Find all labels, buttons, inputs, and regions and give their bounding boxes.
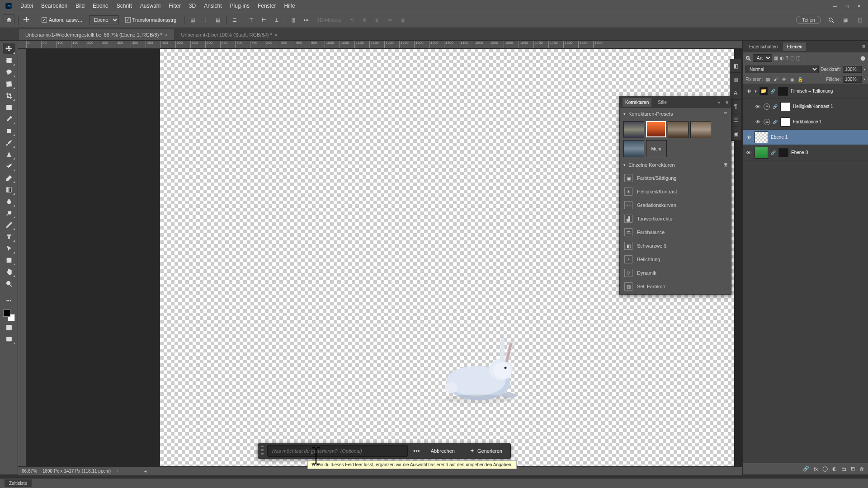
close-icon[interactable]: × [165,33,168,38]
adj-levels[interactable]: ▟Tonwertkorrektur [620,212,731,225]
layer-adjustment[interactable]: 👁 ⚖ 🔗 Farbbalance 1 [743,114,868,130]
opacity-chevron-icon[interactable]: ▾ [863,67,865,71]
window-close-icon[interactable]: ✕ [857,4,861,9]
distribute-icon[interactable]: ☰ [230,15,239,24]
ruler-origin[interactable] [18,41,26,49]
character-panel-icon[interactable]: ¶ [730,100,741,113]
fill-input[interactable] [843,76,862,83]
grid-view-icon[interactable]: ⊞ [723,162,727,168]
menu-select[interactable]: Auswahl [136,0,165,12]
filter-pixel-icon[interactable]: ▦ [774,56,778,61]
eraser-tool[interactable] [3,173,15,183]
align-right-icon[interactable]: ▤ [213,15,222,24]
properties-tab[interactable]: Eigenschaften [745,42,781,51]
menu-window[interactable]: Fenster [254,0,280,12]
scroll-left-icon[interactable]: ◂ [144,469,146,474]
lock-pixels-icon[interactable]: 🖌 [773,76,779,83]
layer-pixel[interactable]: 👁 🔗 Ebene 0 [743,145,868,160]
align-top-icon[interactable]: ⊤ [247,15,256,24]
zoom-tool[interactable] [3,278,15,289]
swatches-panel-icon[interactable]: ▦ [730,73,741,86]
auto-select-checkbox[interactable]: Autom. ausw… [39,16,85,24]
quick-mask-icon[interactable] [3,322,15,333]
new-layer-icon[interactable]: ⊞ [851,466,855,472]
layer-group[interactable]: 👁 ▾ 📁 🔗 Filmisch – Teiltonung [743,84,868,99]
mask-thumbnail[interactable] [778,148,788,157]
marquee-tool[interactable] [3,55,15,66]
filter-adjust-icon[interactable]: ◐ [780,56,784,61]
styles-tab[interactable]: Stile [655,98,669,107]
layer-thumbnail[interactable] [755,131,768,143]
layer-name[interactable]: Filmisch – Teiltonung [791,89,833,94]
generate-button[interactable]: Generieren [464,446,508,457]
edit-toolbar-icon[interactable]: ••• [3,295,15,306]
timeline-tab[interactable]: Zeitleiste [5,479,32,487]
blend-mode-select[interactable]: Normal [745,66,819,73]
search-icon[interactable] [826,15,835,24]
collapse-panel-icon[interactable]: » [718,100,721,105]
mask-thumbnail[interactable] [780,102,790,111]
crop-tool[interactable] [3,90,15,101]
layer-pixel[interactable]: 👁 Ebene 1 [743,130,868,145]
layer-thumbnail[interactable] [755,147,768,159]
adjustments-tab[interactable]: Korrekturen [623,98,651,107]
presets-section-header[interactable]: ▾ Korrekturen-Presets ≣ [620,108,731,119]
menu-type[interactable]: Schrift [113,0,136,12]
list-view-icon[interactable]: ≣ [723,111,727,117]
lasso-tool[interactable] [3,67,15,78]
adj-color-balance[interactable]: ⚖Farbbalance [620,225,731,239]
path-select-tool[interactable] [3,243,15,254]
filter-shape-icon[interactable]: ▢ [790,56,794,61]
delete-layer-icon[interactable]: 🗑 [859,466,864,472]
layers-tab[interactable]: Ebenen [783,42,806,51]
panel-menu-icon[interactable]: ≡ [726,100,728,105]
visibility-toggle-icon[interactable]: 👁 [745,135,752,140]
chevron-down-icon[interactable]: ▾ [755,89,757,94]
more-options-icon[interactable]: ••• [411,447,422,455]
layer-name[interactable]: Ebene 0 [791,150,808,155]
healing-brush-tool[interactable] [3,126,15,136]
document-info[interactable]: 1890 Px x 1417 Px (118.11 ppcm) [42,469,111,474]
history-panel-icon[interactable]: ☰ [730,113,741,127]
link-layers-icon[interactable]: 🔗 [803,466,809,472]
layer-mask-icon[interactable]: ◯ [822,466,828,472]
preset-thumb-selected[interactable] [646,121,666,137]
blur-tool[interactable] [3,196,15,207]
single-adjustments-header[interactable]: ▾ Einzelne Korrekturen ⊞ [620,159,731,170]
layer-filter-select[interactable]: Art [753,54,772,62]
zoom-level[interactable]: 66.67% [22,469,37,474]
adj-exposure[interactable]: ±Belichtung [620,253,731,266]
workspace-icon[interactable]: ▦ [841,15,850,24]
lock-transparency-icon[interactable]: ▩ [764,76,771,83]
opacity-input[interactable] [843,66,862,73]
menu-file[interactable]: Datei [16,0,37,12]
menu-3d[interactable]: 3D [185,0,200,12]
info-panel-icon[interactable]: ▣ [730,127,741,141]
menu-filter[interactable]: Filter [165,0,185,12]
pen-tool[interactable] [3,220,15,230]
panel-menu-icon[interactable]: ≡ [862,43,865,50]
align-middle-icon[interactable]: ⊢ [259,15,269,24]
lock-all-icon[interactable]: 🔒 [797,76,803,83]
visibility-toggle-icon[interactable]: 👁 [755,104,761,109]
preset-more-button[interactable]: Mehr [646,140,667,157]
hand-tool[interactable] [3,267,15,277]
lock-artboard-icon[interactable]: ▣ [789,76,795,83]
adj-curves[interactable]: 〰Gradationskurven [620,198,731,212]
new-adjustment-icon[interactable]: ◐ [832,466,837,472]
menu-image[interactable]: Bild [71,0,89,12]
mask-thumbnail[interactable] [780,117,790,127]
color-panel-icon[interactable]: ◧ [730,59,741,73]
visibility-toggle-icon[interactable]: 👁 [755,119,761,125]
generative-prompt-input[interactable] [267,445,408,457]
object-select-tool[interactable] [3,79,15,89]
dodge-tool[interactable] [3,208,15,219]
window-maximize-icon[interactable]: ◻ [845,4,849,9]
lock-position-icon[interactable]: ✥ [781,76,787,83]
new-group-icon[interactable]: 🗀 [841,466,846,472]
adj-selective-color[interactable]: ▥Sel. Farbkorr. [620,280,731,293]
rectangle-tool[interactable] [3,255,15,266]
menu-help[interactable]: Hilfe [280,0,299,12]
auto-select-target[interactable]: Ebene [89,15,119,24]
menu-view[interactable]: Ansicht [200,0,226,12]
